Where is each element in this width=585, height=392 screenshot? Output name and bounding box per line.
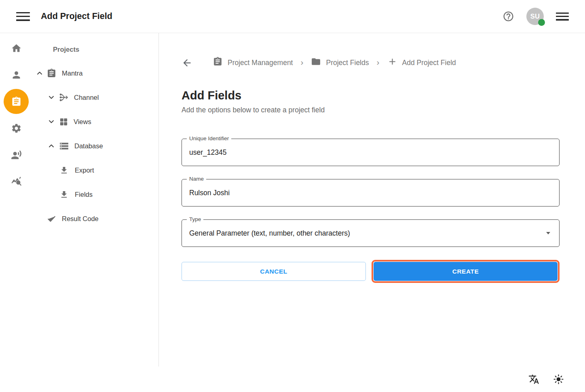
name-field: Name xyxy=(182,179,560,207)
breadcrumb-project-fields[interactable]: Project Fields xyxy=(311,57,369,69)
dropdown-arrow-icon xyxy=(546,232,550,234)
cancel-button[interactable]: CANCEL xyxy=(182,262,366,281)
tree-item-label: Channel xyxy=(74,94,99,101)
active-indicator xyxy=(4,89,29,114)
main-content: Project Management › Project Fields › Ad… xyxy=(159,33,585,367)
footer xyxy=(0,367,585,392)
unique-identifier-field: Unique Identifier xyxy=(182,139,560,166)
tree-item-export[interactable]: Export xyxy=(32,158,158,182)
tree-item-label: Export xyxy=(75,166,94,174)
query-stats-icon[interactable] xyxy=(0,168,32,195)
field-label: Type xyxy=(187,216,203,222)
tree-header: Projects xyxy=(32,44,158,55)
chevron-down-icon[interactable] xyxy=(47,118,55,126)
download-icon xyxy=(59,166,69,175)
tree-item-fields[interactable]: Fields xyxy=(32,182,158,207)
breadcrumb-label: Add Project Field xyxy=(402,59,456,67)
grid-icon xyxy=(59,117,68,126)
tree-item-database[interactable]: Database xyxy=(32,134,158,158)
tree-item-mantra[interactable]: Mantra xyxy=(32,61,158,85)
topbar: Add Project Field SU xyxy=(0,0,585,33)
type-select[interactable]: Type General Parameter (text, number, ot… xyxy=(182,219,560,247)
tree-item-channel[interactable]: Channel xyxy=(32,85,158,110)
tree-item-views[interactable]: Views xyxy=(32,110,158,134)
chevron-up-icon[interactable] xyxy=(36,69,44,77)
breadcrumb-separator: › xyxy=(300,58,303,67)
breadcrumb-project-management[interactable]: Project Management xyxy=(213,57,293,69)
online-status-dot xyxy=(538,19,545,26)
back-arrow-icon[interactable] xyxy=(182,57,192,68)
sidebar: Projects Mantra Channel xyxy=(0,33,159,367)
check-icon xyxy=(46,214,57,224)
chevron-up-icon[interactable] xyxy=(47,142,55,150)
breadcrumb-label: Project Fields xyxy=(326,59,369,67)
tree-item-label: Result Code xyxy=(62,215,99,223)
voice-icon[interactable] xyxy=(0,141,32,168)
settings-icon[interactable] xyxy=(0,115,32,141)
storage-icon xyxy=(59,141,69,151)
create-button-highlight: CREATE xyxy=(372,260,560,283)
overflow-menu-icon[interactable] xyxy=(556,13,569,21)
project-tree: Projects Mantra Channel xyxy=(32,33,158,367)
tree-item-result-code[interactable]: Result Code xyxy=(32,207,158,231)
field-label: Unique Identifier xyxy=(187,135,231,141)
unique-identifier-input[interactable] xyxy=(189,148,552,157)
icon-rail xyxy=(0,33,32,367)
breadcrumb-separator: › xyxy=(377,58,380,67)
home-icon[interactable] xyxy=(0,35,32,61)
download-icon xyxy=(59,190,69,199)
tree-item-label: Mantra xyxy=(62,70,82,77)
clipboard-icon xyxy=(46,68,57,78)
clipboard-icon xyxy=(213,57,223,69)
breadcrumb-label: Project Management xyxy=(228,59,293,67)
person-icon[interactable] xyxy=(0,61,32,88)
form-subheading: Add the options below to create a projec… xyxy=(182,106,561,114)
field-label: Name xyxy=(187,176,206,182)
name-input[interactable] xyxy=(189,189,552,197)
tree-item-label: Fields xyxy=(75,191,93,198)
chevron-down-icon[interactable] xyxy=(47,93,55,101)
tree-item-label: Database xyxy=(74,142,103,150)
form-actions: CANCEL CREATE xyxy=(182,260,560,283)
create-button[interactable]: CREATE xyxy=(374,262,558,281)
breadcrumb-add-project-field[interactable]: Add Project Field xyxy=(387,57,456,69)
plus-icon xyxy=(387,57,397,69)
tree-item-label: Views xyxy=(74,118,91,126)
merge-icon xyxy=(59,93,69,102)
folder-icon xyxy=(311,57,321,69)
projects-icon-active[interactable] xyxy=(0,88,32,115)
help-icon[interactable] xyxy=(503,11,514,22)
menu-icon[interactable] xyxy=(16,12,30,21)
form-heading: Add Fields xyxy=(182,89,561,102)
page-title: Add Project Field xyxy=(41,11,112,21)
form-fields: Unique Identifier Name Type General Para… xyxy=(182,139,560,247)
translate-icon[interactable] xyxy=(528,374,539,385)
avatar[interactable]: SU xyxy=(526,8,544,25)
type-select-value: General Parameter (text, number, other c… xyxy=(189,229,350,238)
brightness-icon[interactable] xyxy=(553,374,564,385)
breadcrumb: Project Management › Project Fields › Ad… xyxy=(182,57,561,69)
avatar-initials: SU xyxy=(530,13,540,20)
